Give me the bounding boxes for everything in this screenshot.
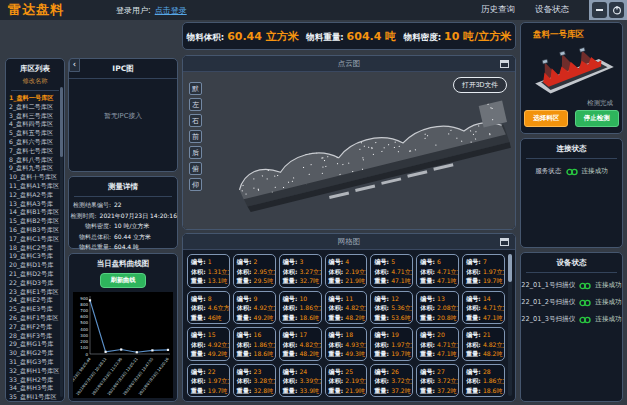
stat-label: 物料密度: [404,32,441,44]
collapse-button[interactable]: ‹ [69,58,80,72]
grid-cell[interactable]: 编号: 18体积: 4.93立方米重量: 49.3吨 [325,327,368,361]
grid-cell[interactable]: 编号: 5体积: 4.71立方米重量: 47.1吨 [370,254,413,288]
sidebar-item-storage-area[interactable]: 29_盘料G1号库 [9,340,64,349]
login-link[interactable]: 点击登录 [155,5,187,16]
power-button[interactable] [609,2,624,18]
grid-cell[interactable]: 编号: 6体积: 4.71立方米重量: 47.1吨 [416,254,459,288]
sidebar-item-storage-area[interactable]: 30_盘料G2号库 [9,349,64,358]
grid-cell-weight: 重量: 48.2吨 [283,349,318,359]
sidebar-item-storage-area[interactable]: 11_盘料A1号库区 [9,182,64,191]
sidebar-item-storage-area[interactable]: 25_盘料E3号库 [9,305,64,314]
sidebar-item-storage-area[interactable]: 20_盘料D1号库 [9,261,64,270]
sidebar-item-storage-area[interactable]: 17_盘料C1号库区 [9,235,64,244]
grid-cell[interactable]: 编号: 20体积: 4.71立方米重量: 47.1吨 [416,327,459,361]
pointcloud-viewport[interactable]: 默左右前后俯仰 打开3D文件 [183,72,515,229]
grid-scrollbar[interactable] [508,254,512,396]
sidebar-item-storage-area[interactable]: 28_盘料F3号库 [9,332,64,341]
sidebar-item-storage-area[interactable]: 32_盘料H1号库区 [9,367,64,376]
grid-cell[interactable]: 编号: 4体积: 2.19立方米重量: 21.9吨 [325,254,368,288]
sidebar-item-storage-area[interactable]: 24_盘料E2号库 [9,296,64,305]
sidebar-item-storage-area[interactable]: 21_盘料D2号库 [9,270,64,279]
grid-cell-volume: 体积: 4.92立方米 [237,303,272,313]
grid-cell[interactable]: 编号: 23体积: 3.28立方米重量: 32.8吨 [233,364,276,398]
measure-value: 22 [114,200,122,211]
grid-cell[interactable]: 编号: 8体积: 4.6立方米重量: 46吨 [187,291,230,325]
sidebar-item-storage-area[interactable]: 12_盘料A2号库 [9,191,64,200]
grid-cell[interactable]: 编号: 24体积: 3.39立方米重量: 33.9吨 [279,364,322,398]
sidebar-item-storage-area[interactable]: 8_盘料八号库区 [9,156,64,165]
grid-cell[interactable]: 编号: 13体积: 2.08立方米重量: 20.8吨 [416,291,459,325]
view-angle-button[interactable]: 默 [189,82,202,95]
view-angle-button[interactable]: 仰 [189,178,202,191]
window-controls [589,0,627,20]
grid-cell[interactable]: 编号: 12体积: 5.36立方米重量: 53.6吨 [370,291,413,325]
sidebar-item-storage-area[interactable]: 16_盘料B3号库区 [9,226,64,235]
grid-cell[interactable]: 编号: 22体积: 1.97立方米重量: 19.7吨 [187,364,230,398]
grid-vol-value: 4.71立方米 [391,268,413,275]
open-3d-file-button[interactable]: 打开3D文件 [453,77,507,93]
sidebar-scrollbar[interactable] [60,87,63,397]
grid-wt-value: 47.1吨 [437,350,457,357]
grid-cell[interactable]: 编号: 9体积: 4.92立方米重量: 49.2吨 [233,291,276,325]
sidebar-item-storage-area[interactable]: 31_盘料G3号库 [9,358,64,367]
link-icon [579,316,591,324]
select-area-button[interactable]: 选择料区 [524,110,568,127]
view-angle-button[interactable]: 俯 [189,162,202,175]
sidebar-item-storage-area[interactable]: 3_盘料三号库区 [9,112,64,121]
sidebar-item-storage-area[interactable]: 22_盘料D3号库 [9,279,64,288]
refresh-curve-button[interactable]: 刷新曲线 [100,273,145,288]
grid-id-label: 编号: [466,331,483,338]
status-row-state: 连接成功 [595,298,621,307]
grid-cell[interactable]: 编号: 11体积: 4.82立方米重量: 48.2吨 [325,291,368,325]
sidebar-item-storage-area[interactable]: 27_盘料F2号库 [9,323,64,332]
sidebar-item-storage-area[interactable]: 4_盘料四号库区 [9,120,64,129]
grid-cell[interactable]: 编号: 17体积: 4.82立方米重量: 48.2吨 [279,327,322,361]
sidebar-item-storage-area[interactable]: 23_盘料E1号库区 [9,288,64,297]
grid-cell[interactable]: 编号: 28体积: 1.86立方米重量: 18.6吨 [462,364,505,398]
expand-window-icon[interactable] [500,60,509,68]
sidebar-item-storage-area[interactable]: 15_盘料B2号库区 [9,217,64,226]
sidebar-item-storage-area[interactable]: 34_盘料H3号库 [9,384,64,393]
view-angle-button[interactable]: 右 [189,114,202,127]
grid-cell[interactable]: 编号: 27体积: 3.72立方米重量: 37.2吨 [416,364,459,398]
grid-vol-value: 1.86立方米 [483,377,505,384]
expand-window-icon[interactable] [500,238,509,246]
sidebar-item-storage-area[interactable]: 5_盘料五号库区 [9,129,64,138]
grid-cell[interactable]: 编号: 10体积: 1.86立方米重量: 18.6吨 [279,291,322,325]
sidebar-item-storage-area[interactable]: 2_盘料二号库区 [9,103,64,112]
sidebar-item-storage-area[interactable]: 35_盘料I1号库区 [9,393,64,400]
grid-wt-label: 重量: [237,277,254,284]
stop-detect-button[interactable]: 停止检测 [575,110,619,127]
grid-cell[interactable]: 编号: 1体积: 1.31立方米重量: 13.1吨 [187,254,230,288]
minimize-button[interactable] [592,2,607,18]
sidebar-item-storage-area[interactable]: 10_盘料十号库区 [9,173,64,182]
sidebar-item-storage-area[interactable]: 14_盘料B1号库区 [9,208,64,217]
view-angle-button[interactable]: 左 [189,98,202,111]
grid-cell[interactable]: 编号: 2体积: 2.95立方米重量: 29.5吨 [233,254,276,288]
sidebar-item-storage-area[interactable]: 1_盘料一号库区 [9,94,64,103]
grid-cell[interactable]: 编号: 16体积: 1.86立方米重量: 18.6吨 [233,327,276,361]
grid-id-value: 24 [299,368,307,375]
sidebar-item-storage-area[interactable]: 9_盘料九号库区 [9,164,64,173]
sidebar-item-storage-area[interactable]: 13_盘料A3号库 [9,200,64,209]
sidebar-item-storage-area[interactable]: 7_盘料七号库区 [9,147,64,156]
grid-cell-id: 编号: 15 [191,330,226,340]
view-angle-button[interactable]: 前 [189,130,202,143]
sidebar-item-storage-area[interactable]: 19_盘料C3号库 [9,252,64,261]
grid-cell[interactable]: 编号: 14体积: 4.71立方米重量: 47.1吨 [462,291,505,325]
device-status-link[interactable]: 设备状态 [535,4,569,16]
sidebar-item-storage-area[interactable]: 26_盘料F1号库区 [9,314,64,323]
rename-link[interactable]: 修改名称 [6,77,64,86]
grid-cell[interactable]: 编号: 26体积: 3.72立方米重量: 37.2吨 [370,364,413,398]
sidebar-item-storage-area[interactable]: 18_盘料C2号库 [9,244,64,253]
view-angle-button[interactable]: 后 [189,146,202,159]
grid-cell[interactable]: 编号: 19体积: 1.97立方米重量: 19.7吨 [370,327,413,361]
sidebar-item-storage-area[interactable]: 6_盘料六号库区 [9,138,64,147]
grid-cell[interactable]: 编号: 21体积: 4.82立方米重量: 48.2吨 [462,327,505,361]
sidebar-item-storage-area[interactable]: 33_盘料H2号库 [9,376,64,385]
history-query-link[interactable]: 历史查询 [481,4,515,16]
grid-cell[interactable]: 编号: 3体积: 3.27立方米重量: 32.7吨 [279,254,322,288]
grid-cell[interactable]: 编号: 15体积: 4.92立方米重量: 49.2吨 [187,327,230,361]
grid-cell[interactable]: 编号: 25体积: 2.19立方米重量: 21.9吨 [325,364,368,398]
grid-cell[interactable]: 编号: 7体积: 1.97立方米重量: 19.7吨 [462,254,505,288]
